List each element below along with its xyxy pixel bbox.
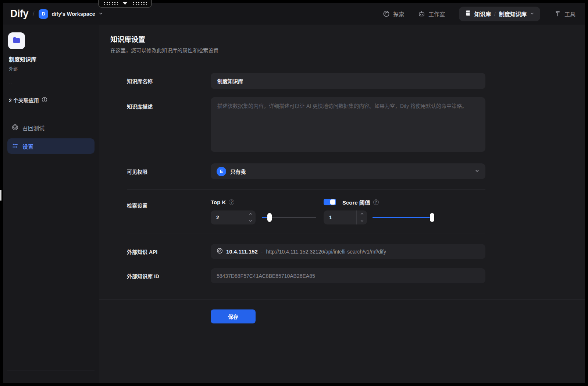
nav-explore[interactable]: 探索 [383,10,404,18]
help-icon[interactable] [373,199,379,205]
sliders-icon [12,142,18,150]
external-id-label: 外部知识库 ID [127,272,211,280]
external-api-label: 外部知识 API [127,248,211,255]
page-subtitle: 在这里，您可以修改此知识库的属性和检索设置 [110,46,574,54]
slider-handle[interactable] [430,213,434,222]
section-divider [127,234,485,234]
footer-divider [99,300,585,300]
avatar: E [217,167,226,176]
retrieval-controls: Top K [211,198,485,224]
topk-body [211,210,317,224]
topk-stepper [245,210,256,224]
tools-icon [554,10,561,17]
kb-name-input[interactable] [211,73,485,89]
drag-dots [132,1,147,5]
top-header: Dify / D dify's Workspace 探索 [3,3,585,25]
description-label: 知识库描述 [127,97,211,152]
external-id-value: 58437D88F57C41AC8BE65710AB26EA85 [217,273,315,279]
external-api-endpoint: http://10.4.111.152:32126/api/intelli-se… [266,249,386,255]
explore-icon [383,10,390,17]
sidebar-item-hit-testing[interactable]: 召回测试 [7,120,95,135]
topk-number-input [211,210,256,224]
topk-value-input[interactable] [211,210,245,224]
stray-text-cursor [0,190,1,201]
external-id-field: 58437D88F57C41AC8BE65710AB26EA85 [211,268,485,283]
down-arrow-icon [122,2,128,5]
chevron-down-icon [99,11,103,17]
drag-dots [103,1,118,5]
section-divider [127,190,485,190]
form-row-external-api: 外部知识 API 10.4.111.152 · http://10.4.111.… [127,244,574,259]
topk-header: Top K [211,198,317,206]
nav-knowledge-label: 知识库 [474,10,491,18]
sidebar-item-label: 召回测试 [22,124,44,132]
score-title: Score 阈值 [342,198,370,206]
nav-tools-label: 工具 [564,10,575,18]
toggle-knob [330,199,335,205]
retrieval-label: 检索设置 [127,198,211,224]
info-icon[interactable] [42,97,47,104]
breadcrumb-separator: / [494,11,496,17]
sidebar-item-settings[interactable]: 设置 [7,138,95,154]
spinner-down-icon[interactable] [357,217,367,224]
topk-slider[interactable] [262,213,316,222]
score-threshold-group: Score 阈值 [324,198,434,224]
chevron-down-icon [475,168,480,175]
visibility-label: 可见权限 [127,168,211,175]
visibility-select[interactable]: E 只有我 [211,163,485,179]
score-value-input[interactable] [324,210,356,224]
kb-name: 制度知识库 [9,55,95,63]
spinner-up-icon[interactable] [357,210,367,217]
kb-sidebar: 制度知识库 外部 -- 2 个关联应用 召回测试 [3,25,99,383]
kb-linked-apps-text: 2 个关联应用 [9,96,39,104]
kb-description-textarea[interactable] [211,97,485,152]
breadcrumb-current-kb: 制度知识库 [499,10,527,18]
header-nav: 探索 工作室 知识库 / 制度知识库 [383,7,575,21]
score-header: Score 阈值 [324,198,434,206]
workspace-name: dify's Workspace [51,11,95,17]
nav-studio-label: 工作室 [428,10,445,18]
kb-doc-count: -- [9,80,95,85]
drag-overlay-widget [98,0,152,8]
settings-panel: 知识库设置 在这里，您可以修改此知识库的属性和检索设置 知识库名称 知识库描述 … [99,25,585,383]
kb-type-tag: 外部 [9,65,95,72]
nav-studio[interactable]: 工作室 [418,10,445,18]
kb-settings-form: 知识库名称 知识库描述 可见权限 E 只有我 [127,73,574,283]
api-link-icon [217,248,223,255]
form-row-visibility: 可见权限 E 只有我 [127,163,574,179]
form-row-retrieval: 检索设置 Top K [127,198,574,224]
form-row-external-id: 外部知识库 ID 58437D88F57C41AC8BE65710AB26EA8… [127,268,574,283]
workspace-avatar: D [39,9,48,19]
page-title: 知识库设置 [110,34,574,44]
nav-knowledge-active[interactable]: 知识库 / 制度知识库 [459,7,540,21]
slider-handle[interactable] [267,213,272,222]
help-icon[interactable] [229,199,234,205]
dify-app-window: Dify / D dify's Workspace 探索 [3,3,585,383]
target-icon [12,124,18,132]
form-row-name: 知识库名称 [127,73,574,89]
chevron-down-icon[interactable] [530,11,534,17]
score-slider[interactable] [373,213,434,222]
dify-logo[interactable]: Dify [10,8,28,20]
studio-icon [418,10,425,17]
workspace-selector[interactable]: D dify's Workspace [39,9,103,19]
kb-icon-tile [8,32,25,49]
nav-explore-label: 探索 [393,10,404,18]
score-threshold-toggle[interactable] [324,199,336,205]
save-button[interactable]: 保存 [211,309,256,323]
book-icon [465,10,471,18]
topk-group: Top K [211,198,317,224]
spinner-up-icon[interactable] [245,210,256,217]
score-body [324,210,434,224]
spinner-down-icon[interactable] [245,217,256,224]
sidebar-divider [8,112,94,112]
sidebar-item-label: 设置 [22,142,33,150]
score-stepper [356,210,367,224]
external-api-field: 10.4.111.152 · http://10.4.111.152:32126… [211,244,485,259]
sidebar-menu: 召回测试 设置 [7,120,95,154]
name-label: 知识库名称 [127,77,211,85]
visibility-value: 只有我 [230,168,471,175]
app-body: 制度知识库 外部 -- 2 个关联应用 召回测试 [3,25,585,383]
nav-tools[interactable]: 工具 [554,10,575,18]
api-separator: · [261,249,263,255]
